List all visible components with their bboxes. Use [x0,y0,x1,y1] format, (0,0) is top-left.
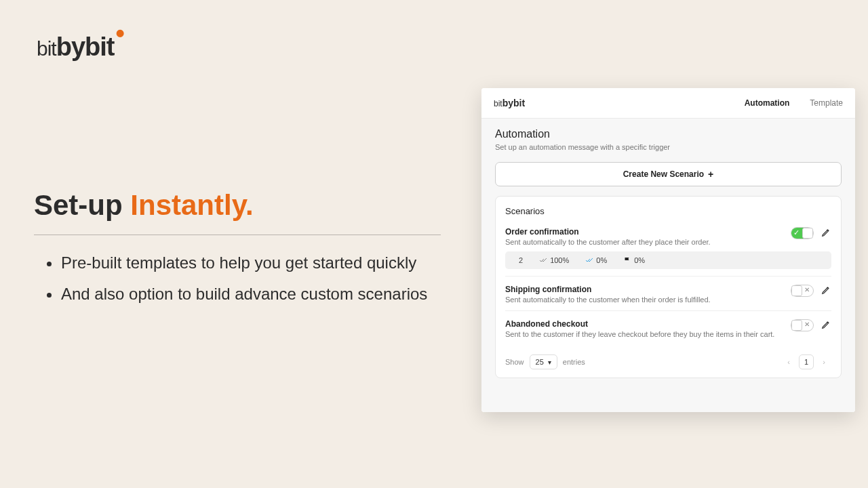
page-title: Automation [495,128,842,140]
marketing-copy: Set-up Instantly. Pre-built templates to… [34,188,441,310]
app-logo: bitbybit [494,98,525,108]
scenario-stats: 2 100% 0% 0% [505,251,831,269]
bullet-item: And also option to build advance custom … [61,279,441,310]
headline: Set-up Instantly. [34,188,441,222]
bullet-list: Pre-built templates to help you get star… [34,247,441,309]
scenario-row: Abandoned checkout Sent to the customer … [505,310,831,345]
pager-next-button[interactable]: › [816,354,831,369]
stat-read: 0% [585,256,607,264]
scenario-toggle[interactable]: ✕ [791,319,814,331]
scenario-desc: Sent automatically to the customer when … [505,296,784,304]
double-check-blue-icon [585,256,593,264]
pencil-icon[interactable] [821,285,831,296]
stat-count: 2 [519,256,523,264]
brand-dot-icon: • [115,19,123,48]
scenario-name: Shipping confirmation [505,285,784,294]
brand-part1: bit [37,37,56,60]
scenario-name: Abandoned checkout [505,319,784,329]
app-tabs: Automation Template [745,98,843,108]
app-panel: bitbybit Automation Template Automation … [481,88,855,412]
tab-automation[interactable]: Automation [745,98,790,108]
pagination: Show 25 ▾ entries ‹ 1 › [505,354,831,369]
stat-delivered: 100% [539,256,569,264]
chevron-right-icon: › [823,358,825,366]
pager-show-label: Show [505,358,524,366]
pencil-icon[interactable] [821,319,831,330]
headline-pre: Set-up [34,189,130,221]
pager-page-number[interactable]: 1 [799,354,814,369]
pencil-icon[interactable] [821,227,831,238]
scenario-row: Order confirmation Sent automatically to… [505,223,831,276]
stat-replied: 0% [623,256,645,264]
chevron-down-icon: ▾ [548,359,551,366]
plus-icon: + [708,169,713,179]
scenario-toggle[interactable]: ✕ [791,285,814,297]
scenario-row: Shipping confirmation Sent automatically… [505,276,831,310]
app-header: bitbybit Automation Template [481,88,855,119]
create-scenario-label: Create New Scenario [623,169,704,179]
chevron-left-icon: ‹ [787,358,790,366]
scenarios-title: Scenarios [505,206,831,216]
pager-prev-button[interactable]: ‹ [781,354,796,369]
create-scenario-button[interactable]: Create New Scenario + [495,162,842,186]
headline-accent: Instantly. [130,189,253,221]
scenario-toggle[interactable]: ✓ [791,227,814,239]
page-subtitle: Set up an automation message with a spec… [495,143,842,151]
divider [34,235,441,235]
scenario-name: Order confirmation [505,227,784,237]
bullet-item: Pre-built templates to help you get star… [61,247,441,279]
scenario-desc: Sent to the customer if they leave check… [505,330,784,338]
flag-icon [623,256,631,264]
page-size-select[interactable]: 25 ▾ [530,354,557,369]
double-check-icon [539,256,547,264]
tab-template[interactable]: Template [810,98,843,108]
app-body: Automation Set up an automation message … [481,119,855,412]
brand-part3: bit [85,33,114,61]
brand-part2: by [56,33,85,61]
scenario-desc: Sent automatically to the customer after… [505,238,784,246]
pager-entries-label: entries [563,358,585,366]
scenarios-card: Scenarios Order confirmation Sent automa… [495,196,842,378]
brand-logo: bitbybit• [37,33,123,62]
